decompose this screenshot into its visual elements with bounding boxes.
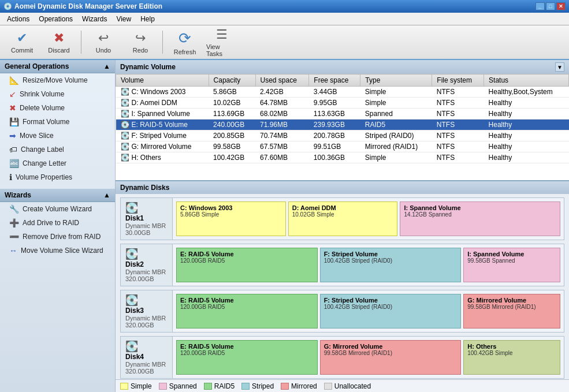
- sidebar-item-resize[interactable]: 📐 Resize/Move Volume: [0, 73, 115, 87]
- table-row[interactable]: 💽C: Windows 2003 5.86GB 2.42GB 3.44GB Si…: [116, 87, 569, 98]
- cell-capacity: 240.00GB: [209, 120, 255, 130]
- disk-row: 💽 Disk4 Dynamic MBR 320.00GB E: RAID-5 V…: [120, 336, 564, 379]
- col-used[interactable]: Used space: [255, 74, 309, 87]
- window-controls[interactable]: _ □ ✕: [535, 2, 566, 10]
- app-title: Aomei Dynamic Disk Manager Server Editio…: [14, 2, 162, 10]
- disk-volume[interactable]: H: Others 100.42GB Simple: [463, 340, 560, 375]
- disk-volume[interactable]: I: Spanned Volume 99.58GB Spanned: [463, 248, 560, 282]
- disk-volume[interactable]: F: Striped Volume 100.42GB Striped (RAID…: [320, 248, 462, 282]
- menu-view[interactable]: View: [111, 14, 136, 24]
- sidebar-item-add-drive-raid[interactable]: ➕ Add Drive to RAID: [0, 216, 115, 230]
- cell-used: 64.78MB: [255, 98, 309, 109]
- disk-size: 320.00GB: [125, 368, 168, 375]
- col-free[interactable]: Free space: [309, 74, 360, 87]
- menu-help[interactable]: Help: [136, 14, 159, 24]
- legend-label: Simple: [131, 382, 152, 390]
- sidebar-item-change-label[interactable]: 🏷 Change Label: [0, 143, 115, 156]
- table-row[interactable]: 💽G: Mirrored Volume 99.58GB 67.57MB 99.5…: [116, 141, 569, 152]
- col-volume[interactable]: Volume: [116, 74, 209, 87]
- move-slice-wiz-icon: ↔: [9, 246, 17, 255]
- commit-button[interactable]: Commit: [5, 27, 39, 57]
- col-type[interactable]: Type: [360, 74, 432, 87]
- menu-wizards[interactable]: Wizards: [77, 14, 111, 24]
- disk-icon: 💽: [125, 294, 168, 307]
- disks-panel: Dynamic Disks 💽 Disk1 Dynamic MBR 30.00G…: [116, 181, 569, 379]
- col-capacity[interactable]: Capacity: [209, 74, 255, 87]
- commit-icon: [17, 31, 27, 46]
- cell-free: 99.51GB: [309, 141, 360, 152]
- sidebar-item-create-wizard[interactable]: 🔧 Create Volume Wizard: [0, 202, 115, 216]
- undo-icon: [98, 31, 109, 46]
- vol-detail: 100.42GB Simple: [467, 350, 556, 356]
- legend-label: Spanned: [169, 382, 197, 390]
- disk-volume[interactable]: D: Aomei DDM 10.02GB Simple: [288, 201, 398, 236]
- shrink-icon: ↙: [9, 89, 16, 99]
- disk-label: 💽 Disk4 Dynamic MBR 320.00GB: [121, 337, 173, 378]
- table-row[interactable]: 💽E: RAID-5 Volume 240.00GB 71.96MB 239.9…: [116, 120, 569, 130]
- dynamic-volume-title: Dynamic Volume: [120, 63, 176, 71]
- menu-bar: Actions Operations Wizards View Help: [0, 13, 569, 25]
- vol-name: F: Striped Volume: [324, 297, 458, 304]
- disk-volume[interactable]: I: Spanned Volume 14.12GB Spanned: [400, 201, 560, 236]
- toolbar-separator-2: [162, 31, 163, 54]
- cell-fs: NTFS: [432, 87, 484, 98]
- menu-operations[interactable]: Operations: [34, 14, 77, 24]
- title-bar: 💿 Aomei Dynamic Disk Manager Server Edit…: [0, 0, 569, 13]
- discard-button[interactable]: Discard: [42, 27, 76, 57]
- disk-volume[interactable]: G: Mirrored Volume 99.58GB Mirrored (RAI…: [320, 340, 462, 375]
- disk-icon: 💽: [125, 201, 168, 214]
- disk-volume[interactable]: E: RAID-5 Volume 120.00GB RAID5: [176, 294, 318, 328]
- cell-volume: 💽G: Mirrored Volume: [116, 141, 209, 152]
- sidebar-item-format[interactable]: 💾 Format Volume: [0, 115, 115, 129]
- collapse-vol-btn[interactable]: ▼: [555, 62, 564, 72]
- undo-label: Undo: [96, 47, 111, 54]
- legend-label: RAID5: [214, 382, 235, 390]
- sidebar-item-remove-drive-raid[interactable]: ➖ Remove Drive from RAID: [0, 230, 115, 244]
- disk-volume[interactable]: C: Windows 2003 5.86GB Simple: [176, 201, 286, 236]
- cell-capacity: 100.42GB: [209, 152, 255, 163]
- cell-status: Healthy: [484, 120, 569, 130]
- collapse-wizards-icon[interactable]: ▲: [103, 191, 110, 199]
- disk-volume[interactable]: G: Mirrored Volume 99.58GB Mirrored (RAI…: [463, 294, 560, 328]
- cell-type: Simple: [360, 87, 432, 98]
- cell-fs: NTFS: [432, 120, 484, 130]
- sidebar-item-change-letter[interactable]: 🔤 Change Letter: [0, 156, 115, 170]
- menu-actions[interactable]: Actions: [2, 14, 34, 24]
- cell-volume: 💽C: Windows 2003: [116, 87, 209, 98]
- view-tasks-button[interactable]: View Tasks: [204, 27, 239, 57]
- vol-table-scroll[interactable]: Volume Capacity Used space Free space Ty…: [116, 74, 569, 178]
- disk-volume[interactable]: E: RAID-5 Volume 120.00GB RAID5: [176, 340, 318, 375]
- undo-button[interactable]: Undo: [86, 27, 121, 57]
- change-label-icon: 🏷: [9, 145, 17, 154]
- discard-label: Discard: [48, 47, 69, 54]
- sidebar-item-move-slice[interactable]: ➡ Move Slice: [0, 129, 115, 143]
- refresh-button[interactable]: Refresh: [168, 27, 202, 57]
- table-row[interactable]: 💽D: Aomei DDM 10.02GB 64.78MB 9.95GB Sim…: [116, 98, 569, 109]
- minimize-btn[interactable]: _: [535, 2, 545, 10]
- cell-volume: 💽I: Spanned Volume: [116, 109, 209, 120]
- table-row[interactable]: 💽I: Spanned Volume 113.69GB 68.02MB 113.…: [116, 109, 569, 120]
- maximize-btn[interactable]: □: [546, 2, 555, 10]
- redo-button[interactable]: Redo: [123, 27, 158, 57]
- disk-volume[interactable]: F: Striped Volume 100.42GB Striped (RAID…: [320, 294, 462, 328]
- col-status[interactable]: Status: [484, 74, 569, 87]
- collapse-icon[interactable]: ▲: [103, 62, 110, 70]
- legend-label: Mirrored: [291, 382, 317, 390]
- move-slice-icon: ➡: [9, 131, 16, 140]
- table-row[interactable]: 💽H: Others 100.42GB 67.60MB 100.36GB Sim…: [116, 152, 569, 163]
- disk-label: 💽 Disk3 Dynamic MBR 320.00GB: [121, 290, 173, 332]
- disk-volume[interactable]: E: RAID-5 Volume 120.00GB RAID5: [176, 248, 318, 282]
- legend-color: [159, 383, 167, 390]
- sidebar-item-vol-props[interactable]: ℹ Volume Properties: [0, 170, 115, 184]
- close-btn[interactable]: ✕: [556, 2, 566, 10]
- sidebar-item-delete[interactable]: ✖ Delete Volume: [0, 101, 115, 115]
- disk-volumes: E: RAID-5 Volume 120.00GB RAID5 G: Mirro…: [173, 337, 564, 378]
- sidebar-item-move-slice-wizard[interactable]: ↔ Move Volume Slice Wizard: [0, 244, 115, 257]
- table-row[interactable]: 💽F: Striped Volume 200.85GB 70.74MB 200.…: [116, 130, 569, 141]
- cell-capacity: 5.86GB: [209, 87, 255, 98]
- sidebar-item-shrink[interactable]: ↙ Shrink Volume: [0, 87, 115, 101]
- vol-name: I: Spanned Volume: [467, 251, 556, 257]
- cell-status: Healthy: [484, 152, 569, 163]
- legend-label: Unallocated: [334, 382, 371, 390]
- col-fs[interactable]: File system: [432, 74, 484, 87]
